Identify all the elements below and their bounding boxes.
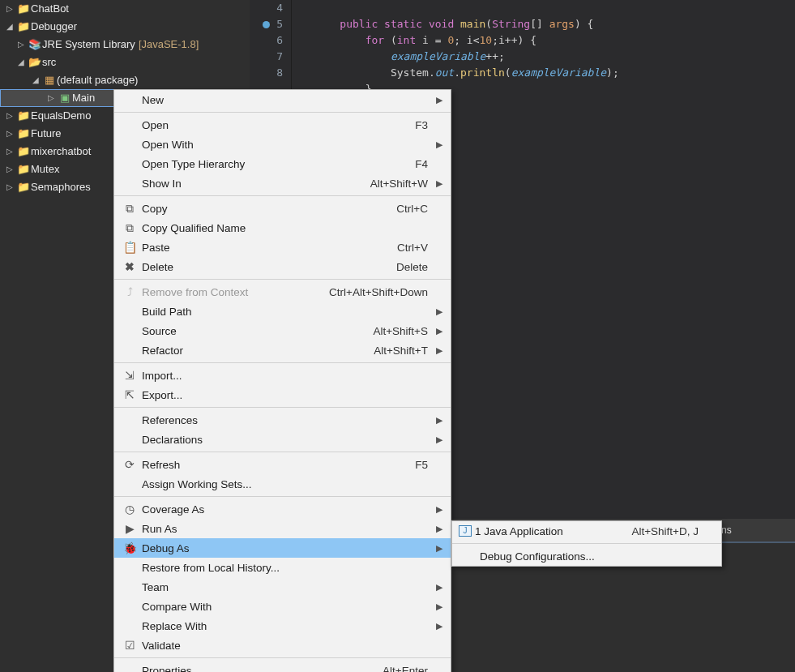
breakpoint-line-number[interactable]: 5 <box>250 16 291 32</box>
tree-item-icon: 📁 <box>16 178 31 196</box>
menu-item-label: Restore from Local History... <box>139 562 428 574</box>
delete-icon: ✖ <box>121 260 139 273</box>
copy-icon: ⧉ <box>121 202 139 216</box>
menu-item-label: Declarations <box>139 434 428 446</box>
menu-item-label: Delete <box>139 261 396 273</box>
line-number[interactable]: 7 <box>250 49 291 65</box>
menu-item-label: Assign Working Sets... <box>139 478 428 490</box>
menu-item-coverage-as[interactable]: ◷Coverage As▶ <box>114 499 451 519</box>
menu-item-shortcut: Alt+Shift+W <box>370 178 433 190</box>
menu-item-refactor[interactable]: RefactorAlt+Shift+T▶ <box>114 340 451 360</box>
code-line: public static void main(String[] args) { <box>314 16 619 32</box>
menu-item-label: Validate <box>139 640 428 652</box>
import-icon: ⇲ <box>121 369 139 382</box>
tree-item-src[interactable]: ◢📂src <box>0 54 250 71</box>
menu-item-replace-with[interactable]: Replace With▶ <box>114 616 451 636</box>
menu-item-show-in[interactable]: Show InAlt+Shift+W▶ <box>114 173 451 193</box>
menu-item-build-path[interactable]: Build Path▶ <box>114 302 451 321</box>
coverage-as-icon: ◷ <box>121 503 139 516</box>
submenu-arrow-icon: ▶ <box>433 326 442 336</box>
menu-item-open[interactable]: OpenF3 <box>114 115 451 135</box>
menu-item-shortcut: Alt+Shift+T <box>374 345 433 357</box>
tree-item-suffix: [JavaSE-1.8] <box>139 36 199 54</box>
menu-item-copy[interactable]: ⧉CopyCtrl+C <box>114 199 451 218</box>
context-menu[interactable]: New▶OpenF3Open With▶Open Type HierarchyF… <box>113 89 451 672</box>
menu-item-copy-qualified-name[interactable]: ⧉Copy Qualified Name <box>114 218 451 238</box>
expand-twisty-icon[interactable]: ◢ <box>3 18 16 36</box>
refresh-icon: ⟳ <box>121 458 139 471</box>
menu-item-references[interactable]: References▶ <box>114 410 451 430</box>
tree-item-label: Mutex <box>31 161 59 178</box>
run-as-icon: ▶ <box>121 522 139 535</box>
expand-twisty-icon[interactable]: ▷ <box>3 107 16 125</box>
menu-item-label: Refresh <box>139 459 415 471</box>
menu-item-label: Debug As <box>139 542 428 554</box>
menu-item-delete[interactable]: ✖DeleteDelete <box>114 257 451 276</box>
expand-twisty-icon[interactable]: ▷ <box>45 89 58 107</box>
tree-item-debugger[interactable]: ◢📁Debugger <box>0 18 250 36</box>
menu-item-run-as[interactable]: ▶Run As▶ <box>114 519 451 538</box>
menu-item-label: Run As <box>139 523 428 535</box>
menu-item-declarations[interactable]: Declarations▶ <box>114 430 451 449</box>
line-number[interactable]: 4 <box>250 0 291 16</box>
menu-item-restore-from-local-history[interactable]: Restore from Local History... <box>114 558 451 577</box>
menu-item-remove-from-context: ⤴Remove from ContextCtrl+Alt+Shift+Down <box>114 282 451 302</box>
menu-item-label: Refactor <box>139 345 374 357</box>
menu-item-label: References <box>139 414 428 426</box>
code-line: System.out.println(exampleVariable); <box>314 65 619 81</box>
menu-item-label: Properties <box>139 665 383 673</box>
menu-item-compare-with[interactable]: Compare With▶ <box>114 597 451 616</box>
expand-twisty-icon[interactable]: ▷ <box>3 125 16 143</box>
tree-item-icon: 📁 <box>16 18 31 36</box>
menu-item-properties[interactable]: PropertiesAlt+Enter <box>114 661 451 672</box>
menu-item-refresh[interactable]: ⟳RefreshF5 <box>114 455 451 474</box>
tree-item-label: Debugger <box>31 18 77 36</box>
submenu-arrow-icon: ▶ <box>433 601 442 612</box>
submenu-item-debug-configurations[interactable]: Debug Configurations... <box>452 546 721 566</box>
menu-item-team[interactable]: Team▶ <box>114 577 451 597</box>
menu-item-export[interactable]: ⇱Export... <box>114 385 451 404</box>
expand-twisty-icon[interactable]: ▷ <box>3 143 16 161</box>
menu-item-open-type-hierarchy[interactable]: Open Type HierarchyF4 <box>114 154 451 173</box>
tree-item-label: src <box>42 54 56 71</box>
menu-item-debug-as[interactable]: 🐞Debug As▶ <box>114 538 451 558</box>
menu-item-import[interactable]: ⇲Import... <box>114 366 451 385</box>
expand-twisty-icon[interactable]: ▷ <box>3 0 16 18</box>
menu-item-shortcut: Delete <box>396 261 433 273</box>
menu-item-validate[interactable]: ☑Validate <box>114 636 451 655</box>
menu-item-shortcut: Ctrl+V <box>397 242 433 254</box>
menu-item-label: Source <box>139 325 373 337</box>
submenu-item-shortcut: Alt+Shift+D, J <box>631 525 703 537</box>
tree-item-label: Future <box>31 125 62 143</box>
menu-item-shortcut: Ctrl+Alt+Shift+Down <box>329 286 433 298</box>
menu-item-label: Team <box>139 581 428 593</box>
expand-twisty-icon[interactable]: ▷ <box>15 36 28 54</box>
tree-item-icon: ▣ <box>58 89 72 107</box>
menu-item-new[interactable]: New▶ <box>114 90 451 109</box>
tree-item-label: Main <box>72 89 95 107</box>
expand-twisty-icon[interactable]: ◢ <box>29 71 42 89</box>
menu-item-assign-working-sets[interactable]: Assign Working Sets... <box>114 474 451 494</box>
expand-twisty-icon[interactable]: ▷ <box>3 161 16 178</box>
expand-twisty-icon[interactable]: ▷ <box>3 178 16 196</box>
tree-item-label: Semaphores <box>31 178 91 196</box>
validate-icon: ☑ <box>121 639 139 652</box>
submenu-item-1-java-application[interactable]: J1 Java ApplicationAlt+Shift+D, J <box>452 521 721 541</box>
menu-item-open-with[interactable]: Open With▶ <box>114 135 451 154</box>
tree-item-jre-system-library[interactable]: ▷📚JRE System Library[JavaSE-1.8] <box>0 36 250 54</box>
menu-item-label: Export... <box>139 389 428 401</box>
submenu-arrow-icon: ▶ <box>433 345 442 356</box>
tree-item--default-package-[interactable]: ◢▦(default package) <box>0 71 250 89</box>
menu-item-label: Replace With <box>139 620 428 632</box>
tree-item-chatbot[interactable]: ▷📁ChatBot <box>0 0 250 18</box>
menu-item-shortcut: F5 <box>415 459 433 471</box>
tree-item-label: EqualsDemo <box>31 107 91 125</box>
line-number[interactable]: 8 <box>250 65 291 81</box>
menu-item-paste[interactable]: 📋PasteCtrl+V <box>114 238 451 257</box>
menu-item-source[interactable]: SourceAlt+Shift+S▶ <box>114 321 451 340</box>
debug-as-submenu[interactable]: J1 Java ApplicationAlt+Shift+D, JDebug C… <box>451 520 722 567</box>
tree-item-icon: 📁 <box>16 161 31 178</box>
line-number[interactable]: 6 <box>250 32 291 49</box>
menu-item-label: Open Type Hierarchy <box>139 158 415 170</box>
expand-twisty-icon[interactable]: ◢ <box>15 54 28 71</box>
